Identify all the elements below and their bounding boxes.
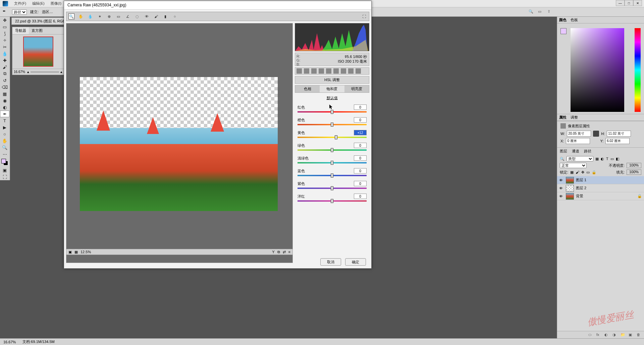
preview-toggle-icon[interactable]: Y	[272, 250, 274, 254]
hand-icon[interactable]: ✋	[78, 13, 84, 19]
pen-tool-icon[interactable]: ✒	[0, 111, 9, 117]
heal-tool-icon[interactable]: ✚	[0, 57, 9, 64]
marquee-tool-icon[interactable]: ▭	[0, 23, 9, 30]
stamp-tool-icon[interactable]: ⧉	[0, 70, 9, 77]
wb-icon[interactable]: 💧	[87, 13, 93, 19]
color-swatch[interactable]	[1, 159, 8, 165]
navigator-tab[interactable]: 导航器	[12, 27, 29, 34]
link-wh-icon[interactable]	[593, 131, 599, 137]
menu-file[interactable]: 文件(F)	[14, 1, 26, 6]
screenmode-icon[interactable]: ⛶	[0, 174, 9, 180]
layer-name[interactable]: 图层 1	[576, 178, 586, 183]
history-brush-icon[interactable]: ↺	[0, 77, 9, 84]
lock-nest-icon[interactable]: ▭	[586, 170, 590, 175]
histogram[interactable]	[295, 23, 369, 51]
slider-value-input[interactable]	[354, 155, 367, 161]
filter-kind-select[interactable]: 类型	[567, 156, 593, 161]
dodge-tool-icon[interactable]: ◐	[0, 104, 9, 111]
curve-tab-icon[interactable]	[304, 68, 309, 74]
slider-thumb[interactable]	[331, 186, 333, 190]
grad-icon[interactable]: ▮	[162, 13, 168, 19]
lock-all-icon[interactable]: 🔒	[592, 170, 596, 175]
channels-tab[interactable]: 通道	[572, 149, 579, 154]
crop-icon[interactable]: ▭	[115, 13, 121, 19]
radial-icon[interactable]: ○	[172, 13, 178, 19]
presets-tab-icon[interactable]	[356, 68, 361, 74]
image-preview[interactable]	[80, 77, 278, 211]
brush-tool-icon[interactable]: 🖌	[0, 64, 9, 70]
filter-shape-icon[interactable]: ▭	[610, 157, 614, 161]
lock-paint-icon[interactable]: 🖌	[576, 170, 579, 174]
slider-value-input[interactable]	[354, 130, 367, 135]
minimize-button[interactable]: —	[616, 0, 625, 6]
y-input[interactable]	[605, 138, 630, 144]
wand-tool-icon[interactable]: ✧	[0, 37, 9, 44]
slider-thumb[interactable]	[331, 110, 333, 114]
layers-tab[interactable]: 图层	[560, 149, 567, 154]
slider-track[interactable]	[298, 124, 367, 125]
hand-tool-icon[interactable]: ✋	[0, 137, 9, 144]
target-adjust-icon[interactable]: ⊕	[106, 13, 112, 19]
slider-track[interactable]	[298, 149, 367, 151]
zoom-in-icon[interactable]: ▴	[60, 70, 62, 74]
navigator-thumbnail[interactable]	[23, 37, 53, 67]
layer-thumbnail[interactable]	[566, 193, 574, 200]
slider-thumb[interactable]	[331, 174, 333, 178]
redeye-icon[interactable]: 👁	[144, 13, 150, 19]
search-icon[interactable]: 🔍	[529, 9, 535, 15]
properties-panel-tab[interactable]: 属性	[559, 115, 567, 120]
layer-row[interactable]: 👁图层 2	[557, 184, 644, 192]
trash-icon[interactable]: 🗑	[637, 333, 641, 337]
slider-value-input[interactable]	[354, 168, 367, 174]
share-icon[interactable]: ⇪	[547, 9, 553, 15]
filter-smart-icon[interactable]: ◧	[616, 157, 619, 161]
color-panel-tab[interactable]: 颜色	[559, 17, 567, 22]
navigator-zoom-slider[interactable]	[31, 71, 59, 73]
before-after-icon[interactable]: ⧉	[277, 250, 280, 254]
lock-pos-icon[interactable]: ✥	[581, 170, 584, 175]
filter-adjust-icon[interactable]: ◐	[601, 157, 604, 161]
brush-icon[interactable]: 🖌	[153, 13, 159, 19]
layer-thumbnail[interactable]	[566, 185, 574, 192]
slider-thumb[interactable]	[331, 148, 333, 152]
saturation-subtab[interactable]: 饱和度	[320, 85, 344, 92]
slider-track[interactable]	[298, 188, 367, 189]
swatches-panel-tab[interactable]: 色板	[571, 17, 578, 22]
hue-subtab[interactable]: 色相	[295, 85, 320, 92]
lens-tab-icon[interactable]	[333, 68, 339, 74]
slider-track[interactable]	[298, 200, 367, 202]
status-zoom[interactable]: 16.67%	[3, 340, 16, 344]
path-select-icon[interactable]: ▶	[0, 124, 9, 131]
histogram-tab[interactable]: 直方图	[29, 27, 45, 34]
x-input[interactable]	[566, 138, 590, 144]
spot-icon[interactable]: ◌	[134, 13, 140, 19]
zoom-tool-icon[interactable]: 🔍	[0, 144, 9, 151]
lock-trans-icon[interactable]: ▦	[570, 170, 574, 175]
slider-track[interactable]	[298, 111, 367, 113]
selection-button[interactable]: 选区…	[42, 9, 53, 14]
slider-thumb[interactable]	[331, 199, 333, 203]
hue-bar[interactable]	[635, 28, 641, 112]
more-tools-icon[interactable]: ⋯	[0, 151, 9, 157]
opacity-input[interactable]: 100%	[627, 163, 641, 168]
visibility-icon[interactable]: 👁	[559, 186, 564, 190]
layer-name[interactable]: 背景	[576, 194, 583, 199]
workspace-icon[interactable]: ▭	[538, 9, 544, 15]
slider-thumb[interactable]	[331, 161, 333, 165]
slider-track[interactable]	[298, 175, 367, 176]
craw-zoom[interactable]: 12.5%	[80, 250, 91, 254]
hsl-tab-icon[interactable]	[319, 68, 324, 74]
mask-icon[interactable]: ◐	[604, 333, 609, 337]
new-layer-icon[interactable]: ▣	[629, 333, 633, 337]
zoom-icon[interactable]: 🔍	[68, 13, 74, 19]
slider-value-input[interactable]	[354, 105, 367, 110]
cancel-button[interactable]: 取消	[320, 258, 341, 266]
close-button[interactable]: ✕	[633, 0, 642, 6]
swap-icon[interactable]: ⇄	[283, 250, 286, 254]
lasso-tool-icon[interactable]: ⟆	[0, 30, 9, 37]
fill-input[interactable]: 100%	[627, 169, 641, 175]
straighten-icon[interactable]: ∠	[125, 13, 131, 19]
split-tab-icon[interactable]	[326, 68, 331, 74]
menu-edit[interactable]: 编辑(E)	[32, 1, 45, 6]
slider-thumb[interactable]	[335, 135, 337, 139]
